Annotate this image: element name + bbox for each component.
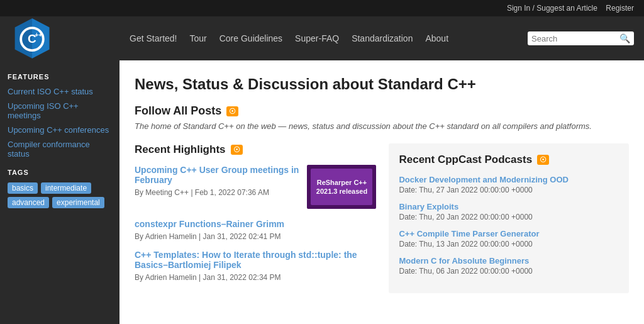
rss-icon-podcasts[interactable]: ☉: [537, 155, 549, 165]
podcast-date-3: Date: Thu, 13 Jan 2022 00:00:00 +0000: [399, 240, 532, 249]
podcast-link-4[interactable]: Modern C for Absolute Beginners: [399, 256, 619, 265]
highlight-item-3: C++ Templates: How to Iterate through st…: [135, 250, 376, 282]
podcast-item-1: Docker Development and Modernizing OOD D…: [399, 175, 619, 194]
rss-icon-follow[interactable]: ☉: [226, 106, 238, 116]
nav-super-faq[interactable]: Super-FAQ: [295, 33, 339, 43]
page-body: FEATURES Current ISO C++ status Upcoming…: [0, 60, 644, 324]
subtitle-text: The home of Standard C++ on the web — ne…: [135, 121, 629, 131]
tags-area: basics intermediate advanced experimenta…: [8, 182, 112, 208]
highlight-link-1[interactable]: Upcoming C++ User Group meetings in Febr…: [135, 165, 299, 185]
podcasts-header: Recent CppCast Podcasts ☉: [399, 154, 619, 166]
tag-basics[interactable]: basics: [8, 182, 38, 194]
nav-core-guidelines[interactable]: Core Guidelines: [219, 33, 282, 43]
follow-bar: Follow All Posts ☉: [135, 104, 629, 118]
nav-tour[interactable]: Tour: [189, 33, 206, 43]
highlight-item-2: constexpr Functions–Rainer Grimm By Adri…: [135, 219, 376, 241]
tag-advanced[interactable]: advanced: [8, 197, 49, 208]
podcast-item-2: Binary Exploits Date: Thu, 20 Jan 2022 0…: [399, 202, 619, 221]
main-content: News, Status & Discussion about Standard…: [119, 60, 644, 324]
search-input[interactable]: [531, 34, 619, 43]
cpp-logo[interactable]: C ++: [10, 16, 54, 60]
highlights-title: Recent Highlights: [135, 143, 226, 156]
sidebar-link-conferences[interactable]: Upcoming C++ conferences: [8, 125, 112, 135]
highlight-meta-3: By Adrien Hamelin | Jan 31, 2022 02:34 P…: [135, 273, 281, 282]
two-col: Recent Highlights ☉ Upcoming C++ User Gr…: [135, 143, 629, 293]
sidebar-link-iso-meetings[interactable]: Upcoming ISO C++ meetings: [8, 101, 112, 120]
podcasts-col: Recent CppCast Podcasts ☉ Docker Develop…: [389, 143, 629, 293]
tag-experimental[interactable]: experimental: [52, 197, 104, 208]
sidebar: FEATURES Current ISO C++ status Upcoming…: [0, 60, 119, 324]
search-button[interactable]: 🔍: [619, 33, 630, 43]
highlight-thumb-1: ReSharper C++2021.3 released: [307, 165, 376, 209]
thumb-text-1: ReSharper C++2021.3 released: [311, 169, 372, 205]
podcast-link-3[interactable]: C++ Compile Time Parser Generator: [399, 229, 619, 238]
logo-area: C ++: [10, 16, 130, 60]
highlight-meta-1: By Meeting C++ | Feb 1, 2022 07:36 AM: [135, 188, 269, 197]
podcast-date-1: Date: Thu, 27 Jan 2022 00:00:00 +0000: [399, 186, 532, 194]
podcast-link-1[interactable]: Docker Development and Modernizing OOD: [399, 175, 619, 184]
highlight-link-2[interactable]: constexpr Functions–Rainer Grimm: [135, 219, 376, 229]
nav-about[interactable]: About: [425, 33, 448, 43]
register-link[interactable]: Register: [606, 4, 634, 13]
highlights-header: Recent Highlights ☉: [135, 143, 376, 156]
podcast-link-2[interactable]: Binary Exploits: [399, 202, 619, 211]
search-box: 🔍: [528, 31, 634, 45]
podcast-item-3: C++ Compile Time Parser Generator Date: …: [399, 229, 619, 249]
top-bar: Sign In / Suggest an Article Register: [0, 0, 644, 16]
podcast-date-4: Date: Thu, 06 Jan 2022 00:00:00 +0000: [399, 267, 532, 276]
header: C ++ Get Started! Tour Core Guidelines S…: [0, 16, 644, 60]
podcast-item-4: Modern C for Absolute Beginners Date: Th…: [399, 256, 619, 276]
tag-intermediate[interactable]: intermediate: [41, 182, 91, 194]
signin-link[interactable]: Sign In / Suggest an Article: [507, 4, 597, 13]
sidebar-link-compiler-status[interactable]: Compiler conformance status: [8, 140, 112, 159]
svg-text:++: ++: [35, 31, 42, 38]
highlight-meta-2: By Adrien Hamelin | Jan 31, 2022 02:41 P…: [135, 232, 281, 241]
sidebar-link-iso-status[interactable]: Current ISO C++ status: [8, 87, 112, 96]
follow-title: Follow All Posts: [135, 104, 221, 118]
podcasts-title: Recent CppCast Podcasts: [399, 154, 532, 166]
rss-icon-highlights[interactable]: ☉: [231, 145, 243, 155]
highlights-col: Recent Highlights ☉ Upcoming C++ User Gr…: [135, 143, 376, 293]
nav-standardization[interactable]: Standardization: [352, 33, 413, 43]
features-title: FEATURES: [8, 73, 112, 81]
nav-area: Get Started! Tour Core Guidelines Super-…: [130, 31, 634, 45]
podcast-date-2: Date: Thu, 20 Jan 2022 00:00:00 +0000: [399, 213, 532, 221]
nav-get-started[interactable]: Get Started!: [130, 33, 177, 43]
highlight-link-3[interactable]: C++ Templates: How to Iterate through st…: [135, 250, 376, 270]
highlight-text-1: Upcoming C++ User Group meetings in Febr…: [135, 165, 299, 197]
highlight-item-1: Upcoming C++ User Group meetings in Febr…: [135, 165, 376, 209]
page-title: News, Status & Discussion about Standard…: [135, 75, 629, 93]
tags-title: TAGS: [8, 169, 112, 176]
